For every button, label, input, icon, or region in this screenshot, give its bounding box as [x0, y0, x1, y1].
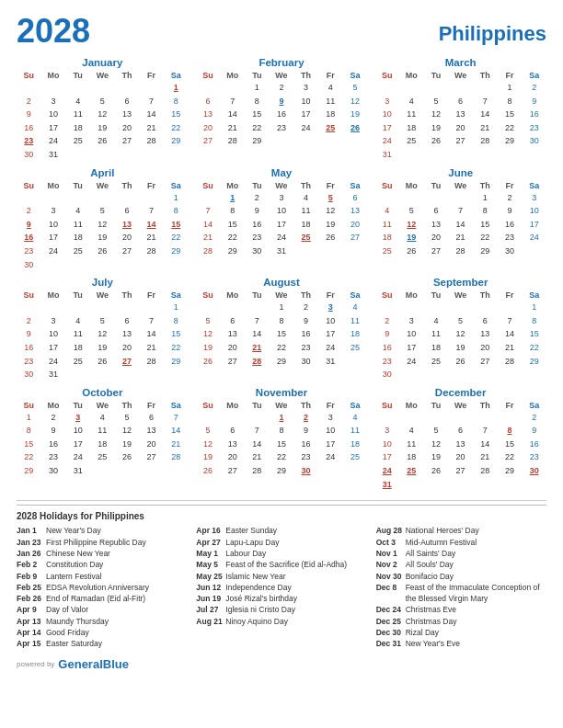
calendar-day: 20	[220, 450, 245, 464]
calendar-day: 12	[90, 327, 115, 341]
calendar-day: 31	[65, 464, 90, 478]
weekday-header-tu: Tu	[424, 290, 449, 301]
weekday-header-su: Su	[17, 290, 41, 301]
holiday-date: Apr 13	[17, 616, 46, 627]
calendar-day	[448, 191, 473, 205]
month-block-february: FebruarySuMoTuWeThFrSa123456789101112131…	[196, 57, 368, 162]
month-block-july: JulySuMoTuWeThFrSa1234567891011121314151…	[17, 277, 189, 381]
holiday-name: First Philippine Republic Day	[46, 537, 146, 548]
weekday-header-th: Th	[115, 180, 140, 191]
weekday-header-we: We	[90, 70, 115, 81]
calendar-day: 30	[17, 148, 41, 162]
holiday-name: Day of Valor	[46, 604, 88, 615]
calendar-day	[139, 191, 164, 205]
calendar-day: 18	[293, 218, 318, 232]
calendar-day: 5	[424, 424, 449, 438]
holiday-entry: Jun 12Independence Day	[196, 582, 366, 593]
weekday-header-mo: Mo	[220, 400, 245, 411]
holiday-name: Easter Sunday	[225, 525, 277, 536]
calendar-day: 20	[473, 341, 498, 355]
calendar-day	[164, 148, 189, 162]
weekday-header-su: Su	[17, 400, 41, 411]
calendar-day	[65, 148, 90, 162]
calendar-day: 2	[293, 301, 318, 314]
calendar-day: 16	[245, 218, 270, 232]
calendar-day: 2	[17, 204, 41, 218]
calendar-day: 29	[270, 464, 294, 478]
calendar-day	[220, 411, 245, 425]
calendar-day: 23	[17, 134, 41, 148]
calendar-day: 12	[318, 204, 343, 218]
holiday-entry: May 5Feast of the Sacrifice (Eid al-Adha…	[196, 559, 366, 570]
calendar-day: 5	[90, 314, 115, 328]
calendar-day: 1	[17, 411, 41, 425]
calendar-day	[424, 411, 449, 425]
calendar-day: 10	[374, 438, 399, 451]
calendar-day	[139, 258, 164, 272]
calendar-day	[473, 478, 498, 492]
calendar-day: 25	[65, 134, 90, 148]
holiday-date: Apr 14	[17, 627, 46, 638]
calendar-day	[448, 301, 473, 314]
month-table-december: SuMoTuWeThFrSa23456789101112131415161718…	[374, 400, 546, 492]
calendar-day: 5	[343, 81, 368, 95]
month-title-january: January	[17, 57, 189, 68]
calendar-day: 18	[90, 438, 115, 451]
calendar-day: 15	[220, 218, 245, 232]
calendar-day	[293, 245, 318, 258]
calendar-day	[343, 464, 368, 478]
calendar-day: 9	[522, 424, 546, 438]
month-title-october: October	[17, 387, 189, 398]
weekday-header-fr: Fr	[318, 400, 343, 411]
calendar-day: 23	[522, 121, 546, 135]
weekday-header-th: Th	[293, 290, 318, 301]
calendar-day: 21	[498, 341, 523, 355]
holiday-date: May 25	[196, 571, 225, 582]
holiday-entry: Jan 1New Year's Day	[17, 525, 187, 536]
calendar-day: 29	[498, 134, 523, 148]
holiday-date: Apr 27	[196, 537, 225, 548]
month-title-november: November	[196, 387, 368, 398]
calendar-day: 12	[196, 327, 221, 341]
calendar-day: 24	[318, 450, 343, 464]
calendar-day: 11	[343, 314, 368, 328]
calendar-day: 4	[399, 424, 424, 438]
calendar-day: 20	[424, 231, 449, 245]
calendar-day: 23	[498, 231, 523, 245]
calendar-day: 6	[343, 191, 368, 205]
calendar-day: 21	[220, 121, 245, 135]
calendar-day: 10	[318, 424, 343, 438]
calendar-day	[65, 368, 90, 381]
weekday-header-sa: Sa	[164, 400, 189, 411]
calendar-day: 8	[220, 204, 245, 218]
calendar-day: 20	[196, 121, 221, 135]
calendar-day: 2	[498, 191, 523, 205]
calendar-day: 27	[115, 245, 140, 258]
calendar-day	[473, 81, 498, 95]
calendar-day: 12	[399, 218, 424, 232]
holiday-name: José Rizal's birthday	[225, 593, 297, 604]
blue-text: Blue	[103, 657, 129, 671]
weekday-header-sa: Sa	[343, 400, 368, 411]
weekday-header-sa: Sa	[522, 180, 546, 191]
calendar-day	[139, 368, 164, 381]
calendar-day: 1	[473, 191, 498, 205]
holiday-date: Jan 1	[17, 525, 46, 536]
weekday-header-mo: Mo	[41, 290, 66, 301]
calendar-day: 23	[522, 450, 546, 464]
calendar-day: 13	[115, 108, 140, 121]
calendar-day	[220, 81, 245, 95]
calendar-day: 18	[318, 108, 343, 121]
weekday-header-th: Th	[293, 400, 318, 411]
calendar-day: 11	[65, 218, 90, 232]
calendar-day: 4	[65, 95, 90, 108]
calendar-day: 21	[139, 231, 164, 245]
calendar-day: 12	[196, 438, 221, 451]
calendar-day: 24	[41, 245, 66, 258]
weekday-header-th: Th	[473, 290, 498, 301]
calendar-day: 11	[318, 95, 343, 108]
month-table-august: SuMoTuWeThFrSa12345678910111213141516171…	[196, 290, 368, 368]
weekday-header-fr: Fr	[318, 180, 343, 191]
calendar-day: 14	[220, 108, 245, 121]
calendar-day: 21	[196, 231, 221, 245]
